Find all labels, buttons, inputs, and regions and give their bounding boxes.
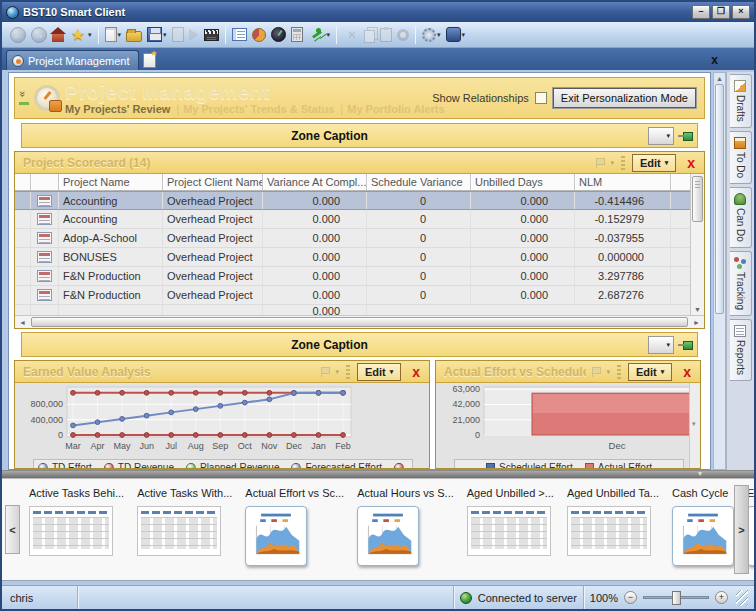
row-selector[interactable] [15, 192, 31, 209]
view-link-my-projects-review[interactable]: My Projects' Review [65, 103, 170, 115]
dropdown-caret-icon[interactable]: ▾ [462, 31, 466, 39]
gauge-button[interactable] [269, 25, 288, 44]
minimize-button[interactable]: – [692, 5, 710, 19]
scroll-down-icon[interactable]: ▼ [694, 306, 701, 313]
row-selector[interactable] [15, 229, 31, 247]
save-button[interactable]: ▾ [145, 25, 169, 44]
gallery-item-actual-hours-vs-s[interactable]: Actual Hours vs S... [357, 487, 454, 566]
row-selector[interactable] [15, 210, 31, 228]
scorecard-close-icon[interactable]: x [680, 154, 702, 172]
eva-close-icon[interactable]: x [405, 363, 427, 381]
gallery-scroll-right-button[interactable]: > [734, 485, 749, 574]
effort-close-icon[interactable]: x [676, 363, 698, 381]
gallery-item-active-tasks-behi[interactable]: Active Tasks Behi... [29, 487, 124, 566]
gallery-item-cash-cycle[interactable]: Cash Cycle [672, 487, 734, 566]
column-header-project-name[interactable]: Project Name [59, 174, 163, 190]
gallery-splitter[interactable] [2, 470, 754, 478]
scrollbar-thumb[interactable] [31, 317, 688, 327]
gallery-scroll-left-button[interactable]: < [5, 505, 20, 554]
media-button[interactable] [202, 27, 221, 43]
zone-dropdown[interactable]: ▾ [648, 127, 674, 145]
zoom-in-button[interactable]: + [715, 591, 728, 604]
home-button[interactable] [50, 25, 66, 44]
effort-edit-button[interactable]: Edit ▾ [628, 363, 672, 381]
collapse-header-icon[interactable] [19, 91, 29, 105]
side-tab-to-do[interactable]: To Do [730, 131, 752, 184]
favorites-button[interactable]: ★▾ [67, 24, 94, 46]
table-row[interactable]: AccountingOverhead Project0.00000.000-0.… [15, 191, 690, 210]
calculator-button[interactable] [289, 25, 305, 44]
scorecard-table: Project NameProject Client NameVariance … [15, 174, 690, 315]
dropdown-caret-icon[interactable]: ▾ [327, 31, 331, 39]
row-selector[interactable] [15, 286, 31, 304]
scorecard-edit-button[interactable]: Edit ▾ [632, 154, 676, 172]
scroll-up-icon[interactable]: ▲ [716, 73, 723, 84]
gallery-item-actual-effort-vs-sc[interactable]: Actual Effort vs Sc... [245, 487, 344, 566]
edit-label: Edit [365, 366, 386, 378]
table-row[interactable]: Adop-A-SchoolOverhead Project0.00000.000… [15, 229, 690, 248]
zoom-slider-thumb[interactable] [672, 591, 681, 605]
scrollbar-thumb[interactable] [692, 176, 703, 222]
eva-edit-button[interactable]: Edit ▾ [357, 363, 401, 381]
pin-icon[interactable] [678, 130, 694, 142]
side-tab-can-do[interactable]: Can Do [730, 187, 752, 248]
exit-personalization-button[interactable]: Exit Personalization Mode [553, 88, 696, 108]
open-button[interactable] [124, 25, 144, 44]
table-row[interactable]: BONUSESOverhead Project0.00000.0000.0000… [15, 248, 690, 267]
run-button[interactable]: ▾ [306, 24, 333, 46]
status-user: chris [2, 586, 78, 609]
row-selector[interactable] [15, 248, 31, 266]
dropdown-caret-icon[interactable]: ▾ [118, 31, 122, 39]
new-document-button[interactable]: ▾ [103, 25, 124, 44]
zoom-out-button[interactable]: − [624, 591, 637, 604]
zoom-slider[interactable] [643, 596, 709, 599]
svg-text:0: 0 [475, 430, 480, 440]
dropdown-caret-icon[interactable]: ▾ [437, 31, 441, 39]
tab-project-management[interactable]: Project Management [6, 50, 139, 70]
help-button[interactable]: ▾ [444, 25, 468, 44]
dropdown-caret-icon[interactable]: ▾ [163, 31, 167, 39]
column-header-variance-at-compl[interactable]: Variance At Compl... [263, 174, 367, 190]
tracking-icon [734, 257, 746, 269]
scroll-left-icon[interactable]: ◄ [16, 319, 29, 326]
gallery-item-aged-unbilled[interactable]: Aged Unbilled >... [467, 487, 554, 566]
column-header-unbilled-days[interactable]: Unbilled Days [471, 174, 575, 190]
effort-vertical-scrollbar[interactable] [689, 383, 700, 468]
table-row[interactable]: AccountingOverhead Project0.00000.000-0.… [15, 210, 690, 229]
scroll-right-icon[interactable]: ► [690, 319, 703, 326]
pin-icon[interactable] [678, 339, 694, 351]
table-row[interactable]: F&N ProductionOverhead Project0.00000.00… [15, 286, 690, 305]
side-tab-reports[interactable]: Reports [730, 319, 752, 381]
show-relationships-label: Show Relationships [432, 92, 529, 104]
column-header-project-client-name[interactable]: Project Client Name [163, 174, 263, 190]
scorecard-vertical-scrollbar[interactable]: ▼ [690, 174, 704, 315]
scorecard-horizontal-scrollbar[interactable]: ◄ ► [15, 315, 704, 328]
close-button[interactable]: × [732, 5, 750, 19]
side-tab-tracking[interactable]: Tracking [730, 251, 752, 316]
window-resize-grip-icon[interactable] [736, 590, 748, 606]
svg-text:Oct: Oct [238, 441, 253, 451]
scrollbar-thumb[interactable] [715, 84, 724, 314]
zone-dropdown[interactable]: ▾ [648, 336, 674, 354]
page-vertical-scrollbar[interactable]: ▲ [713, 72, 726, 470]
table-row[interactable]: F&N ProductionOverhead Project0.00000.00… [15, 267, 690, 286]
show-relationships-checkbox[interactable] [535, 92, 547, 104]
gallery-item-active-tasks-with[interactable]: Active Tasks With... [137, 487, 232, 566]
new-tab-button[interactable] [143, 53, 156, 68]
effort-plot: 021,00042,00063,000Dec [438, 385, 700, 455]
gallery-item-aged-unbilled-ta[interactable]: Aged Unbilled Ta... [567, 487, 659, 566]
settings-button[interactable]: ▾ [420, 26, 443, 44]
view-link-my-projects-trends-status[interactable]: My Projects' Trends & Status [183, 103, 334, 115]
maximize-button[interactable]: ❐ [712, 5, 730, 19]
side-tab-drafts[interactable]: Drafts [730, 74, 752, 128]
column-header-nlm[interactable]: NLM [575, 174, 671, 190]
column-header-schedule-variance[interactable]: Schedule Variance [367, 174, 471, 190]
chart-view-button[interactable] [250, 26, 268, 44]
view-link-my-portfolio-alerts[interactable]: My Portfolio Alerts [347, 103, 444, 115]
svg-text:Jul: Jul [165, 441, 177, 451]
dropdown-caret-icon[interactable]: ▾ [88, 31, 92, 39]
row-selector[interactable] [15, 267, 31, 285]
svg-text:May: May [114, 441, 132, 451]
close-tab-icon[interactable]: x [711, 50, 718, 70]
list-view-button[interactable] [230, 26, 249, 43]
